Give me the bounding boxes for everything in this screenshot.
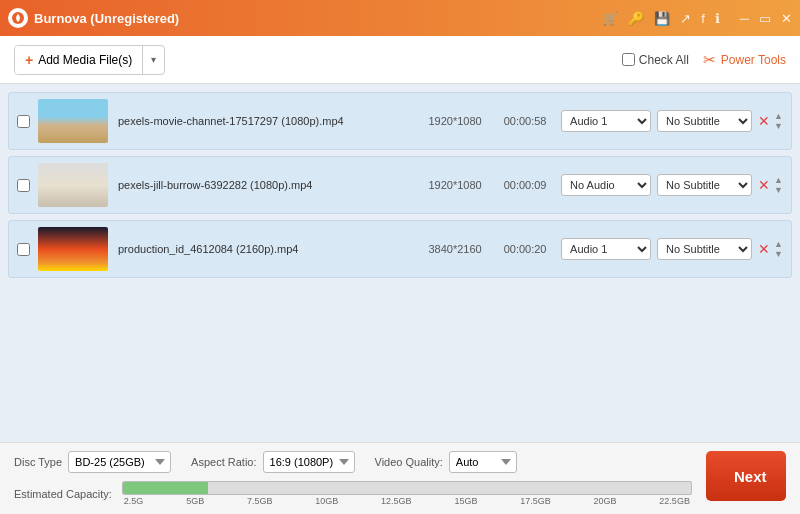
media-dur-0: 00:00:58 (495, 115, 555, 127)
row-up-0[interactable]: ▲ (774, 112, 783, 121)
row-close-1[interactable]: ✕ (758, 178, 770, 192)
tick-6: 17.5GB (520, 496, 551, 506)
media-row: production_id_4612084 (2160p).mp4 3840*2… (8, 220, 792, 278)
row-arrows-0: ▲ ▼ (774, 112, 783, 131)
media-name-1: pexels-jill-burrow-6392282 (1080p).mp4 (118, 179, 415, 191)
media-dur-1: 00:00:09 (495, 179, 555, 191)
bottom-left-area: Disc Type BD-25 (25GB) BD-50 (50GB) DVD-… (14, 451, 692, 506)
audio-select-1[interactable]: No Audio Audio 1 (561, 174, 651, 196)
next-button[interactable]: Next (706, 451, 786, 501)
row-up-1[interactable]: ▲ (774, 176, 783, 185)
aspect-ratio-field: Aspect Ratio: 16:9 (1080P) 4:3 16:9 (720… (191, 451, 354, 473)
dropdown-arrow-icon: ▾ (151, 54, 156, 65)
tick-3: 10GB (315, 496, 338, 506)
capacity-fill (123, 482, 208, 494)
thumbnail-2 (38, 227, 108, 271)
key-icon[interactable]: 🔑 (628, 11, 644, 26)
tick-4: 12.5GB (381, 496, 412, 506)
audio-select-2[interactable]: Audio 1 No Audio (561, 238, 651, 260)
video-quality-label: Video Quality: (375, 456, 443, 468)
media-name-2: production_id_4612084 (2160p).mp4 (118, 243, 415, 255)
power-tools-label: Power Tools (721, 53, 786, 67)
media-name-0: pexels-movie-channet-17517297 (1080p).mp… (118, 115, 415, 127)
aspect-ratio-select[interactable]: 16:9 (1080P) 4:3 16:9 (720P) (263, 451, 355, 473)
close-icon[interactable]: ✕ (781, 11, 792, 26)
power-tools-button[interactable]: ✂ Power Tools (703, 51, 786, 69)
bottom-lower: Disc Type BD-25 (25GB) BD-50 (50GB) DVD-… (14, 451, 786, 506)
media-row: pexels-jill-burrow-6392282 (1080p).mp4 1… (8, 156, 792, 214)
window-controls: 🛒 🔑 💾 ↗ f ℹ ─ ▭ ✕ (602, 11, 792, 26)
tick-0: 2.5G (124, 496, 144, 506)
add-media-dropdown[interactable]: ▾ (143, 48, 164, 71)
media-res-0: 1920*1080 (415, 115, 495, 127)
row-close-0[interactable]: ✕ (758, 114, 770, 128)
wrench-icon: ✂ (703, 51, 716, 69)
check-all-checkbox[interactable] (622, 53, 635, 66)
media-dur-2: 00:00:20 (495, 243, 555, 255)
restore-icon[interactable]: ▭ (759, 11, 771, 26)
capacity-label: Estimated Capacity: (14, 488, 112, 500)
app-title: Burnova (Unregistered) (34, 11, 602, 26)
facebook-icon[interactable]: f (701, 11, 705, 26)
app-logo (8, 8, 28, 28)
subtitle-select-2[interactable]: No Subtitle (657, 238, 752, 260)
share-icon[interactable]: ↗ (680, 11, 691, 26)
media-row: pexels-movie-channet-17517297 (1080p).mp… (8, 92, 792, 150)
save-icon[interactable]: 💾 (654, 11, 670, 26)
subtitle-select-1[interactable]: No Subtitle (657, 174, 752, 196)
cart-icon[interactable]: 🛒 (602, 11, 618, 26)
info-icon[interactable]: ℹ (715, 11, 720, 26)
capacity-row: Estimated Capacity: 2.5G 5GB 7.5GB 10GB … (14, 481, 692, 506)
content-area: pexels-movie-channet-17517297 (1080p).mp… (0, 84, 800, 442)
disc-type-label: Disc Type (14, 456, 62, 468)
row-checkbox-0[interactable] (17, 115, 30, 128)
row-checkbox-1[interactable] (17, 179, 30, 192)
media-res-1: 1920*1080 (415, 179, 495, 191)
toolbar: + Add Media File(s) ▾ Check All ✂ Power … (0, 36, 800, 84)
media-res-2: 3840*2160 (415, 243, 495, 255)
add-media-label: Add Media File(s) (38, 53, 132, 67)
disc-type-select[interactable]: BD-25 (25GB) BD-50 (50GB) DVD-5 (4.7GB) … (68, 451, 171, 473)
row-down-1[interactable]: ▼ (774, 186, 783, 195)
row-arrows-1: ▲ ▼ (774, 176, 783, 195)
add-media-main[interactable]: + Add Media File(s) (15, 46, 143, 74)
capacity-bar (122, 481, 692, 495)
tick-2: 7.5GB (247, 496, 273, 506)
video-quality-select[interactable]: Auto High Medium Low (449, 451, 517, 473)
bottom-bar: Disc Type BD-25 (25GB) BD-50 (50GB) DVD-… (0, 442, 800, 514)
tick-7: 20GB (594, 496, 617, 506)
row-close-2[interactable]: ✕ (758, 242, 770, 256)
tick-1: 5GB (186, 496, 204, 506)
row-down-2[interactable]: ▼ (774, 250, 783, 259)
capacity-ticks: 2.5G 5GB 7.5GB 10GB 12.5GB 15GB 17.5GB 2… (122, 496, 692, 506)
plus-icon: + (25, 52, 33, 68)
toolbar-right: Check All ✂ Power Tools (622, 51, 786, 69)
thumbnail-0 (38, 99, 108, 143)
bottom-top-row: Disc Type BD-25 (25GB) BD-50 (50GB) DVD-… (14, 451, 692, 473)
tick-5: 15GB (454, 496, 477, 506)
disc-type-field: Disc Type BD-25 (25GB) BD-50 (50GB) DVD-… (14, 451, 171, 473)
row-checkbox-2[interactable] (17, 243, 30, 256)
check-all-label[interactable]: Check All (622, 53, 689, 67)
row-down-0[interactable]: ▼ (774, 122, 783, 131)
tick-8: 22.5GB (659, 496, 690, 506)
add-media-button[interactable]: + Add Media File(s) ▾ (14, 45, 165, 75)
subtitle-select-0[interactable]: No Subtitle (657, 110, 752, 132)
video-quality-field: Video Quality: Auto High Medium Low (375, 451, 517, 473)
check-all-text: Check All (639, 53, 689, 67)
audio-select-0[interactable]: Audio 1 No Audio (561, 110, 651, 132)
minimize-icon[interactable]: ─ (740, 11, 749, 26)
titlebar: Burnova (Unregistered) 🛒 🔑 💾 ↗ f ℹ ─ ▭ ✕ (0, 0, 800, 36)
row-up-2[interactable]: ▲ (774, 240, 783, 249)
aspect-ratio-label: Aspect Ratio: (191, 456, 256, 468)
row-arrows-2: ▲ ▼ (774, 240, 783, 259)
thumbnail-1 (38, 163, 108, 207)
